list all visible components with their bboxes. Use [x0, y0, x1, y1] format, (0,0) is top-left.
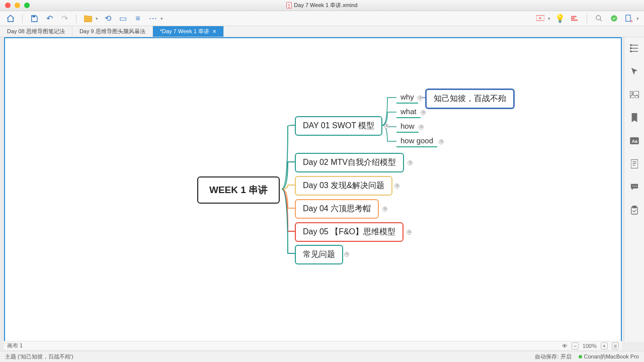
svg-point-20	[636, 186, 637, 187]
svg-point-14	[631, 93, 633, 95]
canvas-tab[interactable]: 画布 1	[7, 342, 23, 349]
node-why-detail-selected[interactable]: 知己知彼，百战不殆	[425, 88, 515, 109]
relationship-icon[interactable]: ⟲	[102, 13, 113, 24]
document-tabs: Day 08 思维导图笔记法 Day 9 思维导图头脑风暴法 *Day 7 We…	[0, 26, 644, 37]
svg-rect-17	[631, 159, 638, 168]
collapse-toggle[interactable]: ⊕	[407, 230, 412, 235]
collapse-toggle[interactable]: ⊕	[421, 110, 426, 115]
more-icon[interactable]: ⋯	[147, 13, 158, 24]
eye-icon[interactable]: 👁	[562, 343, 568, 349]
doc-tab[interactable]: Day 08 思维导图笔记法	[0, 26, 72, 37]
minimize-window-icon[interactable]	[15, 3, 20, 8]
undo-icon[interactable]: ↶	[44, 13, 55, 24]
collapse-toggle[interactable]: ⊕	[418, 96, 423, 101]
export-icon[interactable]	[623, 13, 634, 24]
comments-icon[interactable]	[629, 182, 639, 192]
node-faq[interactable]: 常见问题	[295, 245, 343, 264]
svg-point-18	[632, 186, 633, 187]
right-sidebar: Aa	[624, 37, 644, 342]
share-icon[interactable]	[608, 13, 619, 24]
svg-point-7	[596, 16, 600, 20]
collapse-toggle[interactable]: ⊕	[384, 124, 389, 129]
marker-icon[interactable]	[629, 113, 639, 123]
root-node[interactable]: WEEK 1 串讲	[197, 176, 280, 204]
image-icon[interactable]	[629, 89, 639, 100]
boundary-icon[interactable]: ▭	[117, 13, 128, 24]
file-icon	[286, 2, 292, 9]
svg-rect-2	[84, 15, 87, 17]
collapse-toggle[interactable]: ⊕	[419, 125, 424, 130]
svg-rect-0	[33, 16, 35, 17]
idea-icon[interactable]: 💡	[554, 13, 566, 24]
presentation-icon[interactable]	[535, 13, 546, 24]
svg-point-11	[630, 48, 631, 49]
titlebar: Day 7 Week 1 串讲.xmind	[0, 0, 644, 11]
collapse-toggle[interactable]: ⊕	[382, 207, 387, 212]
zoom-level: 100%	[583, 343, 597, 349]
status-selection: 主题 ('知己知彼，百战不殆')	[5, 353, 73, 360]
canvas-tab-bar: 画布 1 👁 − 100% + ≡	[4, 341, 622, 350]
subtopic-what[interactable]: what	[396, 106, 421, 118]
collapse-toggle[interactable]: ⊕	[408, 160, 413, 165]
svg-rect-13	[630, 91, 639, 98]
text-icon[interactable]: Aa	[629, 136, 639, 146]
svg-rect-1	[84, 16, 92, 22]
svg-rect-22	[632, 206, 636, 208]
gantt-icon[interactable]	[570, 13, 581, 24]
node-day02[interactable]: Day 02 MTV自我介绍模型	[295, 153, 404, 172]
node-day03[interactable]: Day 03 发现&解决问题	[295, 176, 392, 196]
node-day05[interactable]: Day 05 【F&O】思维模型	[295, 222, 404, 242]
svg-point-12	[630, 51, 631, 52]
node-day04[interactable]: Day 04 六顶思考帽	[295, 199, 379, 219]
doc-tab[interactable]: Day 9 思维导图头脑风暴法	[72, 26, 153, 37]
redo-icon[interactable]: ↷	[59, 13, 70, 24]
sheet-icon[interactable]	[83, 13, 94, 24]
zoom-in-button[interactable]: +	[601, 342, 608, 349]
subtopic-howgood[interactable]: how good	[396, 135, 437, 147]
svg-rect-9	[626, 15, 630, 21]
subtopic-why[interactable]: why	[396, 91, 418, 104]
zoom-out-button[interactable]: −	[572, 342, 579, 349]
close-tab-icon[interactable]: ✕	[212, 29, 216, 34]
search-icon[interactable]	[593, 13, 604, 24]
collapse-toggle[interactable]: ⊕	[394, 184, 399, 189]
task-icon[interactable]	[629, 205, 639, 215]
svg-point-19	[634, 186, 635, 187]
save-icon[interactable]	[29, 13, 40, 24]
subtopic-how[interactable]: how	[396, 120, 419, 133]
outline-icon[interactable]	[629, 43, 639, 53]
node-day01[interactable]: DAY 01 SWOT 模型	[295, 116, 382, 136]
toolbar: ↶ ↷ ▾ ⟲ ▭ ≡ ⋯▾ ▾ 💡 ▾	[0, 11, 644, 26]
collapse-toggle[interactable]: ⊕	[439, 139, 444, 144]
svg-point-8	[611, 15, 617, 22]
svg-rect-4	[571, 16, 577, 17]
maximize-window-icon[interactable]	[24, 3, 30, 8]
status-bar: 主题 ('知己知彼，百战不殆') 自动保存: 开启 Conan的MacBook …	[0, 351, 644, 362]
summary-icon[interactable]: ≡	[132, 13, 143, 24]
home-icon[interactable]	[5, 13, 16, 24]
zoom-menu-button[interactable]: ≡	[612, 342, 619, 349]
collapse-toggle[interactable]: ⊕	[344, 252, 349, 257]
format-icon[interactable]	[629, 66, 639, 76]
notes-icon[interactable]	[629, 159, 639, 169]
window-title: Day 7 Week 1 串讲.xmind	[294, 2, 357, 9]
status-autosave: 自动保存: 开启	[535, 353, 571, 360]
svg-rect-6	[571, 19, 578, 21]
window-controls[interactable]	[0, 3, 30, 8]
mindmap-canvas[interactable]: WEEK 1 串讲 DAY 01 SWOT 模型 ⊕ why ⊕ what ⊕ …	[5, 38, 621, 341]
status-device: Conan的MacBook Pro	[579, 353, 639, 360]
doc-tab-active[interactable]: *Day 7 Week 1 串讲✕	[153, 26, 224, 37]
close-window-icon[interactable]	[5, 3, 11, 8]
svg-text:Aa: Aa	[631, 139, 637, 144]
svg-point-10	[630, 44, 631, 46]
svg-rect-5	[571, 18, 575, 19]
canvas-viewport[interactable]: WEEK 1 串讲 DAY 01 SWOT 模型 ⊕ why ⊕ what ⊕ …	[4, 37, 622, 342]
